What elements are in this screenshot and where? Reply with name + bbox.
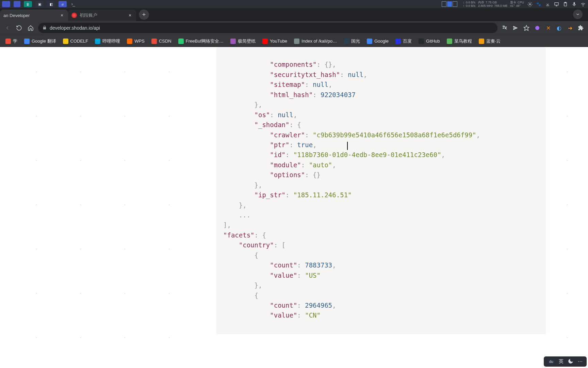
app-icon[interactable]: ▣ bbox=[35, 1, 44, 7]
home-button[interactable] bbox=[27, 24, 35, 32]
bookmark-item[interactable]: YouTube bbox=[260, 37, 290, 45]
system-menubar: 🗑 ▣ ◧ ⌀ ›_ ↓0.0 B/s ↑0.0 B/s 内存7.75 GB 2… bbox=[0, 0, 588, 8]
microphone-icon[interactable] bbox=[571, 1, 577, 7]
page-content: "components": {}, "securitytxt_hash": nu… bbox=[0, 47, 588, 368]
bookmark-item[interactable]: 菜鸟教程 bbox=[444, 37, 475, 46]
bookmark-item[interactable]: 极简壁纸 bbox=[228, 37, 258, 46]
temperature-stats: 显卡CPU 41°48° bbox=[510, 1, 524, 7]
text-cursor bbox=[347, 142, 348, 150]
send-icon[interactable] bbox=[512, 24, 519, 32]
bookmark-item[interactable]: Index of /kali/po… bbox=[291, 37, 340, 45]
extension-icon[interactable]: ✕ bbox=[544, 24, 552, 32]
desktop-switcher[interactable] bbox=[442, 1, 457, 7]
lock-icon bbox=[42, 25, 47, 31]
app-icon[interactable]: ◧ bbox=[47, 1, 55, 7]
bookmark-item[interactable]: 国光 bbox=[341, 37, 363, 46]
bookmark-item[interactable]: FreeBuf网络安全… bbox=[176, 37, 226, 46]
address-actions: ✕ ◐ ➜ bbox=[501, 24, 585, 32]
clipboard-icon[interactable] bbox=[562, 1, 568, 7]
tab-overflow-button[interactable] bbox=[573, 10, 583, 19]
translate-icon[interactable] bbox=[501, 24, 508, 32]
bookmarks-bar: 学 Google 翻译 CODELF 哔哩哔哩 WPS CSDN FreeBuf… bbox=[0, 35, 588, 47]
code-block[interactable]: "components": {}, "securitytxt_hash": nu… bbox=[216, 47, 546, 334]
download-icon[interactable] bbox=[544, 1, 551, 7]
bookmark-item[interactable]: Google bbox=[364, 37, 391, 45]
memory-stats: 内存7.75 GB 2.805 MHz788.0 MB bbox=[478, 1, 507, 7]
app-icon[interactable] bbox=[14, 1, 20, 7]
tab-title: 初段账户 bbox=[80, 12, 125, 18]
network-stats: ↓0.0 B/s ↑0.0 B/s bbox=[463, 1, 475, 7]
display-icon[interactable] bbox=[553, 1, 559, 7]
browser-tab[interactable]: 初段账户 × bbox=[68, 10, 136, 21]
bookmark-item[interactable]: 哔哩哔哩 bbox=[92, 37, 123, 46]
svg-marker-4 bbox=[524, 26, 529, 31]
bookmark-item[interactable]: 学 bbox=[3, 37, 20, 46]
content-column: "components": {}, "securitytxt_hash": nu… bbox=[211, 47, 551, 368]
bear-icon[interactable]: 🐾 bbox=[536, 1, 542, 7]
close-icon[interactable]: × bbox=[127, 13, 133, 18]
bookmark-item[interactable]: CODELF bbox=[60, 37, 91, 45]
back-button[interactable] bbox=[3, 24, 12, 32]
ime-indicator[interactable]: du 英 ⋯ bbox=[544, 356, 587, 367]
svg-rect-1 bbox=[554, 2, 558, 5]
app-icon[interactable]: 🗑 bbox=[24, 1, 32, 7]
bookmark-item[interactable]: CSDN bbox=[149, 37, 174, 45]
bookmark-item[interactable]: 百度 bbox=[393, 37, 414, 46]
reload-button[interactable] bbox=[15, 24, 23, 32]
star-icon[interactable] bbox=[523, 24, 530, 32]
close-icon[interactable]: × bbox=[59, 13, 65, 18]
browser-tab[interactable]: an Developer × bbox=[0, 10, 68, 21]
gear-icon[interactable] bbox=[527, 1, 533, 7]
terminal-icon[interactable]: ›_ bbox=[70, 1, 76, 7]
browser-tab-strip: an Developer × 初段账户 × + bbox=[0, 8, 588, 21]
new-tab-button[interactable]: + bbox=[139, 10, 149, 20]
bookmark-item[interactable]: 蓝奏·云 bbox=[476, 37, 504, 46]
extension-icon[interactable] bbox=[534, 24, 541, 32]
baidu-ime-icon[interactable]: du bbox=[548, 359, 555, 364]
app-icon[interactable]: ⌀ bbox=[59, 1, 67, 7]
wifi-icon[interactable] bbox=[580, 1, 586, 7]
app-icon[interactable] bbox=[2, 1, 10, 7]
more-icon[interactable]: ⋯ bbox=[578, 359, 583, 364]
bookmark-item[interactable]: GitHub bbox=[416, 37, 442, 45]
omnibox[interactable]: developer.shodan.io/api bbox=[38, 23, 497, 33]
extension-icon[interactable]: ➜ bbox=[566, 24, 574, 32]
svg-point-5 bbox=[535, 26, 539, 30]
extensions-icon[interactable] bbox=[577, 24, 585, 32]
extension-icon[interactable]: ◐ bbox=[555, 24, 563, 32]
tab-title: an Developer bbox=[3, 13, 56, 18]
favicon-icon bbox=[71, 13, 77, 18]
ime-language[interactable]: 英 bbox=[559, 358, 564, 365]
svg-point-0 bbox=[529, 3, 530, 5]
bookmark-item[interactable]: Google 翻译 bbox=[21, 37, 59, 46]
bookmark-item[interactable]: WPS bbox=[124, 37, 147, 45]
moon-icon[interactable] bbox=[568, 358, 574, 365]
browser-address-bar: developer.shodan.io/api ✕ ◐ ➜ bbox=[0, 21, 588, 35]
url-text: developer.shodan.io/api bbox=[50, 25, 100, 31]
